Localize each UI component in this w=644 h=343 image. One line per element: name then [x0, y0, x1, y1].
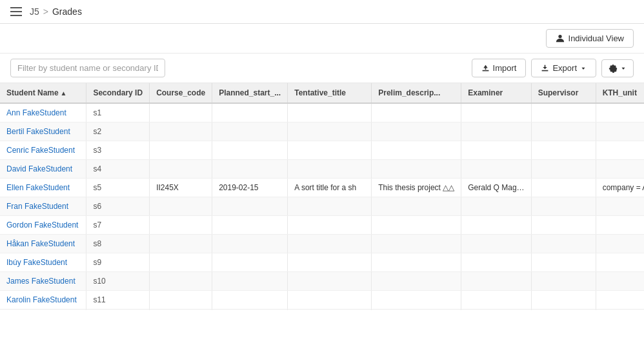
student-name-link[interactable]: Håkan FakeStudent — [6, 239, 75, 248]
cell-tentative_title — [288, 253, 372, 272]
top-bar: J5 > Grades — [0, 0, 644, 24]
cell-name[interactable]: Håkan FakeStudent — [0, 235, 86, 253]
cell-kth_unit — [596, 160, 644, 179]
student-name-link[interactable]: Fran FakeStudent — [6, 202, 68, 211]
student-name-link[interactable]: David FakeStudent — [6, 164, 72, 173]
cell-sid: s2 — [86, 122, 150, 141]
svg-marker-5 — [582, 67, 585, 69]
cell-name[interactable]: James FakeStudent — [0, 272, 86, 291]
col-header-planned[interactable]: Planned_start_... — [212, 83, 288, 103]
student-name-link[interactable]: Gordon FakeStudent — [6, 220, 78, 230]
cell-supervisor — [531, 197, 596, 216]
cell-name[interactable]: Gordon FakeStudent — [0, 216, 86, 235]
cell-examiner — [461, 253, 531, 272]
cell-examiner — [461, 291, 531, 309]
settings-button[interactable] — [601, 59, 634, 77]
individual-view-button[interactable]: Individual View — [546, 29, 634, 48]
cell-name[interactable]: Karolin FakeStudent — [0, 291, 86, 309]
breadcrumb: J5 > Grades — [30, 6, 82, 17]
filter-input[interactable] — [10, 59, 165, 77]
cell-sid: s3 — [86, 141, 150, 160]
cell-name[interactable]: Ellen FakeStudent — [0, 179, 86, 197]
col-header-kth[interactable]: KTH_unit — [596, 83, 644, 103]
col-header-prelim[interactable]: Prelim_descrip... — [372, 83, 461, 103]
student-name-link[interactable]: Cenric FakeStudent — [6, 146, 75, 155]
cell-tentative_title — [288, 216, 372, 235]
cell-tentative_title — [288, 291, 372, 309]
cell-examiner: Gerald Q Mag… — [461, 179, 531, 197]
cell-tentative_title — [288, 272, 372, 291]
cell-planned_start: 2019-02-15 — [212, 179, 288, 197]
svg-rect-0 — [558, 34, 561, 37]
student-name-link[interactable]: Bertil FakeStudent — [6, 127, 70, 136]
cell-course_code — [150, 272, 212, 291]
cell-course_code — [150, 122, 212, 141]
cell-kth_unit — [596, 122, 644, 141]
cell-planned_start — [212, 160, 288, 179]
col-header-name[interactable]: Student Name — [0, 83, 86, 103]
cell-supervisor — [531, 309, 596, 311]
cell-examiner — [461, 272, 531, 291]
cell-tentative_title — [288, 103, 372, 122]
cell-kth_unit — [596, 216, 644, 235]
cell-name[interactable]: Ibúy FakeStudent — [0, 253, 86, 272]
cell-planned_start — [212, 197, 288, 216]
cell-supervisor — [531, 103, 596, 122]
table-row: Fran FakeStudents6 — [0, 197, 644, 216]
cell-planned_start — [212, 253, 288, 272]
cell-examiner — [461, 216, 531, 235]
cell-supervisor — [531, 122, 596, 141]
breadcrumb-root[interactable]: J5 — [30, 6, 39, 17]
export-button[interactable]: Export — [531, 59, 596, 77]
cell-sid: s1 — [86, 103, 150, 122]
cell-kth_unit — [596, 272, 644, 291]
cell-tentative_title — [288, 122, 372, 141]
col-header-supervisor[interactable]: Supervisor — [531, 83, 596, 103]
cell-supervisor — [531, 291, 596, 309]
student-name-link[interactable]: Ibúy FakeStudent — [6, 258, 67, 267]
breadcrumb-separator: > — [43, 6, 48, 17]
student-name-link[interactable]: Ellen FakeStudent — [6, 183, 70, 192]
cell-kth_unit — [596, 253, 644, 272]
col-header-tentative[interactable]: Tentative_title — [288, 83, 372, 103]
cell-planned_start — [212, 216, 288, 235]
cell-name[interactable]: Cenric FakeStudent — [0, 141, 86, 160]
student-name-link[interactable]: James FakeStudent — [6, 277, 75, 286]
student-name-link[interactable]: Karolin FakeStudent — [6, 295, 77, 304]
cell-name[interactable]: Fran FakeStudent — [0, 197, 86, 216]
cell-kth_unit — [596, 197, 644, 216]
cell-name[interactable]: David FakeStudent — [0, 160, 86, 179]
table-row: Cenric FakeStudents3 — [0, 141, 644, 160]
import-button[interactable]: Import — [472, 59, 527, 77]
import-icon — [481, 64, 490, 72]
cell-supervisor — [531, 272, 596, 291]
cell-prelim_descrip — [372, 103, 461, 122]
cell-kth_unit — [596, 309, 644, 311]
cell-course_code — [150, 160, 212, 179]
col-header-sid[interactable]: Secondary ID — [86, 83, 150, 103]
cell-name[interactable]: Lucy FakeStudent — [0, 309, 86, 311]
cell-name[interactable]: Bertil FakeStudent — [0, 122, 86, 141]
cell-kth_unit — [596, 103, 644, 122]
student-name-link[interactable]: Ann FakeStudent — [6, 108, 66, 117]
cell-prelim_descrip — [372, 253, 461, 272]
cell-supervisor — [531, 253, 596, 272]
cell-kth_unit — [596, 291, 644, 309]
table-row: Ellen FakeStudents5II245X2019-02-15A sor… — [0, 179, 644, 197]
cell-prelim_descrip — [372, 197, 461, 216]
cell-course_code — [150, 253, 212, 272]
cell-prelim_descrip — [372, 160, 461, 179]
table-row: Lucy FakeStudents12 — [0, 309, 644, 311]
cell-supervisor — [531, 235, 596, 253]
cell-planned_start — [212, 235, 288, 253]
cell-planned_start — [212, 272, 288, 291]
hamburger-menu[interactable] — [10, 7, 22, 16]
cell-name[interactable]: Ann FakeStudent — [0, 103, 86, 122]
cell-prelim_descrip — [372, 122, 461, 141]
col-header-course[interactable]: Course_code — [150, 83, 212, 103]
cell-planned_start — [212, 291, 288, 309]
table-row: Ibúy FakeStudents9 — [0, 253, 644, 272]
cell-examiner — [461, 197, 531, 216]
table-row: David FakeStudents4 — [0, 160, 644, 179]
col-header-examiner[interactable]: Examiner — [461, 83, 531, 103]
